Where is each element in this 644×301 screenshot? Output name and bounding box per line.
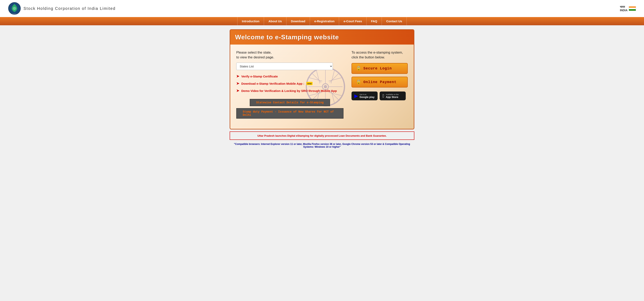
bottom-links: Statewise Contact Details for e-Stamping… [236,97,344,118]
welcome-box: Welcome to e-Stamping website [230,29,414,130]
logo-title-text: Stock Holding Corporation of India Limit… [24,6,116,11]
google-play-get-it: Get it on [360,94,374,96]
main-content: Welcome to e-Stamping website [226,25,418,152]
download-chevron-icon: ➤ [236,81,239,86]
flag-stripe-green [629,9,636,11]
verify-chevron-icon: ➤ [236,74,239,78]
india-text: भारतINDIA [620,5,628,12]
nav-about-us[interactable]: About Us [264,17,286,25]
india-badge: भारतINDIA [620,5,636,12]
select-state-line2: to view the desired page. [236,56,344,60]
demo-chevron-icon: ➤ [236,88,239,93]
app-store-button[interactable]:  Available on the App Store [380,92,406,100]
nav-introduction[interactable]: Introduction [237,17,264,25]
notice-bar: Uttar Pradesh launches Digital eStamping… [230,132,414,140]
notice-text: Uttar Pradesh launches Digital eStamping… [257,134,387,137]
lock-icon-payment: 🔒 [356,80,361,85]
browser-compat-content: "Compatible browsers: Internet Explorer … [234,143,410,148]
online-payment-label: Online Payment [363,80,396,84]
company-name: Stock Holding Corporation of India Limit… [24,6,116,11]
nav-faq[interactable]: FAQ [366,17,382,25]
welcome-content: Please select the state, to view the des… [236,50,408,118]
main-navbar: Introduction About Us Download e-Registr… [0,17,644,25]
nav-ecourt-fees[interactable]: e-Court Fees [339,17,366,25]
google-play-icon: ▶ [354,93,358,99]
download-app-link[interactable]: Download e-Stamp Verification Mobile App… [241,82,304,85]
welcome-body: Please select the state, to view the des… [230,44,414,129]
verify-estamp-link[interactable]: Verify e-Stamp Certificate [241,75,278,78]
welcome-header: Welcome to e-Stamping website [230,30,414,44]
flag-stripe-orange [629,6,636,8]
svg-text:SHCIL: SHCIL [12,13,17,15]
stamp-duty-btn[interactable]: Stamp duty Payment - Issuance of New Sha… [236,108,344,118]
download-app-row: ➤ Download e-Stamp Verification Mobile A… [236,81,344,86]
logo-area: SHCIL Stock Holding Corporation of India… [8,2,116,15]
app-store-name: App Store [386,96,399,98]
google-play-button[interactable]: ▶ Get it on Google play [352,92,378,100]
new-badge: new [306,82,312,85]
google-play-name: Google play [360,96,374,98]
nav-download[interactable]: Download [286,17,310,25]
app-store-buttons: ▶ Get it on Google play  Available on t… [352,92,408,100]
page-header: SHCIL Stock Holding Corporation of India… [0,0,644,17]
states-list-select[interactable]: States List Andhra Pradesh Delhi Gujarat… [236,62,333,70]
right-section: To access the e-stamping system, click t… [352,50,408,118]
google-play-texts: Get it on Google play [360,94,374,98]
access-line2: click the button below. [352,56,408,60]
welcome-title: Welcome to e-Stamping website [235,34,409,41]
demo-video-link[interactable]: Demo Video for Verification & Locking by… [241,89,337,92]
browser-compat-text: "Compatible browsers: Internet Explorer … [226,141,418,150]
app-store-available: Available on the [386,94,399,96]
left-section: Please select the state, to view the des… [236,50,344,118]
demo-video-row: ➤ Demo Video for Verification & Locking … [236,88,344,93]
flag-stripe-white [629,8,636,9]
secure-login-button[interactable]: 🔒 Secure Login [352,63,408,74]
svg-point-1 [13,7,16,10]
lock-icon-secure: 🔒 [356,66,361,71]
select-state-line1: Please select the state, [236,50,344,54]
online-payment-button[interactable]: 🔒 Online Payment [352,77,408,88]
apple-icon:  [382,93,384,99]
verify-estamp-row: ➤ Verify e-Stamp Certificate [236,74,344,78]
app-store-texts: Available on the App Store [386,94,399,98]
statewise-contact-btn[interactable]: Statewise Contact Details for e-Stamping [250,99,330,106]
nav-contact-us[interactable]: Contact Us [382,17,407,25]
india-flag [629,6,636,11]
access-line1: To access the e-stamping system, [352,50,408,54]
nav-eregistration[interactable]: e-Registration [310,17,339,25]
secure-login-label: Secure Login [363,66,392,70]
logo-image: SHCIL [8,2,21,15]
